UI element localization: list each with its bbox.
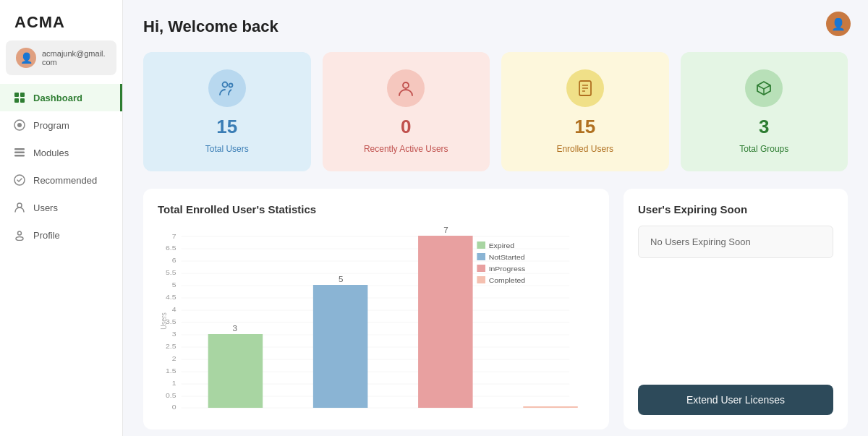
svg-point-15 [403,82,409,88]
app-logo: ACMA [0,0,122,40]
users-icon [13,201,26,214]
svg-text:6: 6 [172,257,176,264]
expiring-soon-title: User's Expiring Soon [638,203,833,215]
svg-rect-7 [14,152,25,154]
sidebar-item-dashboard[interactable]: Dashboard [0,84,122,111]
svg-rect-61 [477,276,485,283]
total-groups-number: 3 [759,116,769,138]
total-groups-icon [745,69,783,107]
svg-text:5: 5 [172,281,176,288]
svg-rect-6 [14,148,25,150]
svg-rect-3 [20,98,25,103]
sidebar-item-profile[interactable]: Profile [0,221,122,249]
recently-active-icon [387,69,425,107]
chart-title: Total Enrolled User's Statistics [158,203,595,215]
welcome-title: Hi, Welcome back [143,17,848,36]
program-icon [13,119,26,132]
bar-not-started [313,285,368,408]
svg-text:0: 0 [172,403,176,411]
svg-rect-57 [477,253,485,260]
total-users-label: Total Users [205,144,249,154]
svg-text:Expired: Expired [489,242,514,249]
sidebar-item-modules[interactable]: Modules [0,139,122,166]
sidebar-item-recommended[interactable]: Recommended [0,166,122,194]
svg-rect-1 [20,93,25,97]
sidebar-nav: Dashboard Program Modules [0,84,122,249]
svg-text:5: 5 [339,275,343,283]
top-user-avatar[interactable]: 👤 [826,12,851,36]
svg-text:7: 7 [172,233,176,240]
bar-chart: 0 0.5 1 1.5 2 2.5 3 3.5 4 4.5 5 5.5 6 6.… [158,227,595,415]
svg-rect-55 [477,241,485,249]
sidebar-label-recommended: Recommended [33,175,97,186]
sidebar-label-program: Program [33,120,69,131]
svg-text:5.5: 5.5 [166,269,176,276]
extend-licenses-button[interactable]: Extend User Licenses [638,385,833,415]
chart-area: 0 0.5 1 1.5 2 2.5 3 3.5 4 4.5 5 5.5 6 6.… [158,227,595,415]
svg-text:2: 2 [172,355,176,362]
sidebar-item-program[interactable]: Program [0,111,122,139]
bottom-section: Total Enrolled User's Statistics 0 0.5 1… [143,189,848,429]
stats-row: 15 Total Users 0 Recently Active Users [143,52,848,171]
bar-completed [523,406,578,408]
total-users-icon [208,69,246,107]
svg-text:InProgress: InProgress [489,265,526,273]
main-content: 👤 Hi, Welcome back 15 Total Users [123,0,868,436]
right-panel: User's Expiring Soon No Users Expiring S… [624,189,848,429]
expiring-soon-box: No Users Expiring Soon [638,226,833,258]
sidebar-label-modules: Modules [33,148,69,158]
svg-text:1: 1 [172,380,176,387]
enrolled-users-label: Enrolled Users [556,144,613,154]
svg-text:4.5: 4.5 [166,294,176,301]
svg-text:6.5: 6.5 [166,244,176,252]
recommended-icon [13,174,26,187]
total-users-number: 15 [216,116,237,138]
enrolled-users-number: 15 [574,116,595,138]
svg-rect-8 [14,155,25,157]
svg-point-5 [17,123,22,127]
stat-card-enrolled-users: 15 Enrolled Users [501,52,669,171]
recently-active-number: 0 [401,116,411,138]
sidebar-label-profile: Profile [33,230,60,241]
sidebar-user-avatar: 👤 [16,48,36,68]
sidebar-user-email: acmajunk@gmail.com [42,49,106,67]
profile-icon [13,228,26,241]
sidebar: ACMA 👤 acmajunk@gmail.com Dashboard [0,0,123,436]
sidebar-label-dashboard: Dashboard [33,93,82,103]
svg-rect-59 [477,265,485,272]
stat-card-total-groups: 3 Total Groups [681,52,848,171]
svg-text:4: 4 [172,306,176,313]
sidebar-item-users[interactable]: Users [0,194,122,221]
bar-expired [208,334,263,408]
svg-rect-0 [14,93,19,97]
stat-card-total-users: 15 Total Users [143,52,311,171]
svg-text:NotStarted: NotStarted [489,254,525,261]
recently-active-label: Recently Active Users [364,144,448,154]
svg-text:Users: Users [159,312,168,330]
svg-point-13 [222,82,227,87]
modules-icon [13,146,26,159]
svg-point-14 [229,84,232,87]
svg-text:0.5: 0.5 [166,392,176,399]
svg-rect-2 [14,98,19,103]
svg-point-11 [18,231,22,235]
top-bar: 👤 [826,12,851,36]
total-groups-label: Total Groups [739,144,788,154]
svg-text:2.5: 2.5 [166,343,176,350]
svg-text:3: 3 [233,325,237,333]
bar-inprogress [418,236,473,408]
chart-panel: Total Enrolled User's Statistics 0 0.5 1… [143,189,609,429]
sidebar-label-users: Users [33,202,58,213]
stat-card-recently-active: 0 Recently Active Users [323,52,490,171]
svg-point-10 [17,203,22,208]
svg-text:7: 7 [443,227,448,234]
sidebar-user[interactable]: 👤 acmajunk@gmail.com [6,40,116,75]
svg-text:1.5: 1.5 [166,367,176,375]
svg-point-12 [16,237,23,241]
svg-text:3: 3 [172,330,176,338]
dashboard-icon [13,91,26,104]
enrolled-users-icon [566,69,604,107]
svg-text:Completed: Completed [489,277,526,284]
